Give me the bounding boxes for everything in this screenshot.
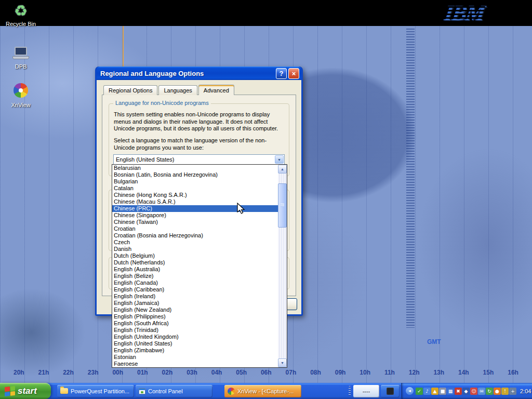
tray-antivirus-icon[interactable]: ✖ <box>455 388 462 395</box>
toolbar-grip[interactable] <box>349 386 351 396</box>
timezone-label: 06h <box>261 369 272 376</box>
desktop-icon-label: DPB <box>2 63 39 70</box>
close-button[interactable]: × <box>288 68 299 79</box>
date-line-hatch <box>406 29 415 328</box>
language-listbox: BelarusianBosnian (Latin, Bosnia and Her… <box>112 165 278 367</box>
tray-collapse-chevron-icon[interactable]: ◄ <box>406 387 414 395</box>
desktop-icon-xnview[interactable]: XnView <box>2 82 39 108</box>
language-option[interactable]: Dutch (Belgium) <box>112 252 278 259</box>
language-option[interactable]: Croatian <box>112 225 278 232</box>
ibm-logo: IBM <box>443 1 486 25</box>
timezone-label: 09h <box>335 369 346 376</box>
recycle-bin-icon: ♻ <box>12 2 30 20</box>
system-tray: ◄ ✓♪▲■▦✖◆☺✉↻●!+ 2:04 PM <box>401 383 532 399</box>
combobox-value: English (United States) <box>116 156 175 163</box>
group-description: This system setting enables non-Unicode … <box>114 111 284 132</box>
language-dropdown-list: BelarusianBosnian (Latin, Bosnia and Her… <box>112 164 287 368</box>
language-option[interactable]: English (Zimbabwe) <box>112 347 278 354</box>
tray-safely-remove-icon[interactable]: ✓ <box>416 388 423 395</box>
desktop-icon-recycle-bin[interactable]: ♻ Recycle Bin <box>2 2 39 27</box>
scroll-up-button[interactable]: ▲ <box>278 165 287 174</box>
combobox-dropdown-arrow-icon[interactable]: ▼ <box>275 155 284 164</box>
timezone-label: 14h <box>458 369 469 376</box>
language-option[interactable]: Danish <box>112 246 278 252</box>
language-option[interactable]: Croatian (Bosnia and Herzegovina) <box>112 232 278 239</box>
language-option[interactable]: English (South Africa) <box>112 320 278 327</box>
tray-display-icon[interactable]: ▦ <box>447 388 454 395</box>
language-option[interactable]: Faeroese <box>112 361 278 367</box>
taskbar-button-control-panel[interactable]: Control Panel <box>136 385 212 397</box>
start-button-label: start <box>18 386 37 396</box>
language-option[interactable]: Chinese (Macau S.A.R.) <box>112 198 278 205</box>
language-option[interactable]: English (United States) <box>112 340 278 347</box>
language-option[interactable]: English (Trinidad) <box>112 327 278 334</box>
language-option[interactable]: English (Australia) <box>112 266 278 273</box>
tray-messenger-icon[interactable]: ☺ <box>470 388 477 395</box>
scroll-down-button[interactable]: ▼ <box>278 358 287 367</box>
group-instruction: Select a language to match the language … <box>114 137 284 151</box>
timezone-label: 22h <box>63 369 74 376</box>
tab-languages[interactable]: Languages <box>158 85 197 95</box>
tray-firewall-icon[interactable]: ● <box>494 388 501 395</box>
language-option[interactable]: Dutch (Netherlands) <box>112 259 278 266</box>
windows-logo-icon <box>5 385 15 396</box>
timezone-label: 01h <box>137 369 148 376</box>
language-option[interactable]: English (Canada) <box>112 280 278 286</box>
tab-advanced[interactable]: Advanced <box>198 85 234 95</box>
tray-network-icon[interactable]: ◆ <box>462 388 470 395</box>
tray-sync-icon[interactable]: ↻ <box>486 388 493 395</box>
taskbar-button-unknown-app[interactable] <box>381 385 400 397</box>
timezone-label: 15h <box>483 369 494 376</box>
tray-battery-icon[interactable]: ■ <box>439 388 446 395</box>
language-option[interactable]: English (Philippines) <box>112 313 278 320</box>
help-button[interactable]: ? <box>276 68 287 79</box>
laptop-icon <box>12 45 30 62</box>
timezone-label: 07h <box>286 369 297 376</box>
desktop-icon-label: XnView <box>2 102 39 108</box>
language-option[interactable]: English (Ireland) <box>112 293 278 300</box>
language-option[interactable]: Belarusian <box>112 165 278 171</box>
language-option[interactable]: English (United Kingdom) <box>112 334 278 340</box>
language-option[interactable]: English (Belize) <box>112 273 278 280</box>
taskbar-button-xnview[interactable]: XnView - [<Capture-... <box>224 385 301 397</box>
language-option[interactable]: Estonian <box>112 354 278 361</box>
mouse-cursor <box>236 203 246 215</box>
taskbar-button-powerquest[interactable]: PowerQuest Partition... <box>57 385 134 397</box>
timezone-label: 00h <box>112 369 123 376</box>
language-option[interactable]: Czech <box>112 239 278 246</box>
language-combobox[interactable]: English (United States) ▼ <box>113 154 285 165</box>
dialog-title: Regional and Language Options <box>100 70 274 77</box>
language-option[interactable]: Catalan <box>112 185 278 192</box>
group-title: Language for non-Unicode programs <box>113 100 211 106</box>
dialog-titlebar[interactable]: Regional and Language Options ? × <box>97 66 301 80</box>
taskbar-toolbar-button[interactable]: ---- <box>353 385 379 397</box>
tab-regional-options[interactable]: Regional Options <box>103 85 157 95</box>
taskbar-button-label: PowerQuest Partition... <box>71 388 129 394</box>
language-option[interactable]: Bulgarian <box>112 178 278 185</box>
tray-usb-icon[interactable]: + <box>509 388 516 395</box>
timezone-label: 20h <box>14 369 24 376</box>
folder-icon <box>60 388 68 394</box>
language-option[interactable]: Chinese (Hong Kong S.A.R.) <box>112 192 278 198</box>
desktop: IBM GMT 20h21h22h23h00h01h02h03h04h05h06… <box>0 0 532 399</box>
language-option[interactable]: Bosnian (Latin, Bosnia and Herzegovina) <box>112 171 278 178</box>
language-option[interactable]: Chinese (Taiwan) <box>112 219 278 225</box>
start-button[interactable]: start <box>0 383 51 399</box>
language-option[interactable]: Chinese (PRC) <box>112 205 278 212</box>
tray-alert-icon[interactable]: ! <box>501 388 509 395</box>
scrollbar-thumb[interactable] <box>278 183 287 228</box>
timezone-label: 23h <box>88 369 99 376</box>
desktop-icon-dpb[interactable]: DPB <box>2 45 39 70</box>
timezone-label: 11h <box>384 369 395 376</box>
language-option[interactable]: English (Jamaica) <box>112 300 278 307</box>
language-option[interactable]: Chinese (Singapore) <box>112 212 278 219</box>
tray-mail-icon[interactable]: ✉ <box>478 388 485 395</box>
language-option[interactable]: English (New Zealand) <box>112 307 278 313</box>
dropdown-scrollbar[interactable]: ▲ ▼ <box>278 165 287 367</box>
language-option[interactable]: English (Caribbean) <box>112 286 278 293</box>
timezone-labels: 20h21h22h23h00h01h02h03h04h05h06h07h08h0… <box>0 369 532 376</box>
tray-update-icon[interactable]: ▲ <box>431 388 438 395</box>
tray-icons: ✓♪▲■▦✖◆☺✉↻●!+ <box>416 388 516 395</box>
timezone-label: 12h <box>409 369 420 376</box>
tray-volume-icon[interactable]: ♪ <box>423 388 431 395</box>
